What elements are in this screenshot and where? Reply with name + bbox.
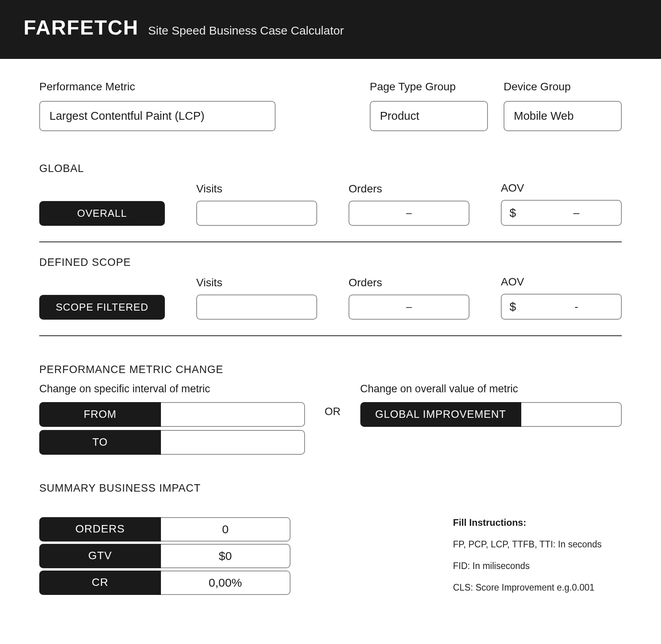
fill-instructions: Fill Instructions: FP, PCP, LCP, TTFB, T… xyxy=(453,517,622,604)
global-aov-prefix: $ xyxy=(509,206,516,220)
global-metrics-row: OVERALL Visits Orders – AOV $ – xyxy=(39,182,622,242)
summary-orders-label: ORDERS xyxy=(39,517,161,542)
filter-metric-select[interactable]: Largest Contentful Paint (LCP) xyxy=(39,101,276,131)
global-section: GLOBAL OVERALL Visits Orders – AOV $ – xyxy=(39,163,622,242)
instructions-line-1: FP, PCP, LCP, TTFB, TTI: In seconds xyxy=(453,539,622,550)
header-subtitle: Site Speed Business Case Calculator xyxy=(148,24,344,37)
global-visits-input[interactable] xyxy=(196,201,317,226)
global-improvement-tag: GLOBAL IMPROVEMENT xyxy=(360,402,521,427)
summary-row-gtv: GTV $0 xyxy=(39,544,290,568)
scope-visits-label: Visits xyxy=(196,276,317,289)
scope-aov-value: $ - xyxy=(501,294,622,320)
scope-orders-label: Orders xyxy=(349,276,469,289)
scope-visits-input[interactable] xyxy=(196,295,317,320)
filter-pagetype: Page Type Group Product xyxy=(370,80,488,131)
interval-column: Change on specific interval of metric FR… xyxy=(39,383,305,455)
global-aov-value: $ – xyxy=(501,200,622,226)
logo: FARFETCH xyxy=(24,16,139,39)
summary-row-cr: CR 0,00% xyxy=(39,571,290,595)
summary-section: ORDERS 0 GTV $0 CR 0,00% Fill Instructio… xyxy=(39,517,622,604)
interval-sublabel: Change on specific interval of metric xyxy=(39,383,305,395)
filter-pagetype-label: Page Type Group xyxy=(370,80,488,93)
from-row: FROM xyxy=(39,402,305,427)
to-input[interactable] xyxy=(161,430,305,455)
global-aov-label: AOV xyxy=(501,182,622,194)
global-section-label: GLOBAL xyxy=(39,163,622,175)
app-header: FARFETCH Site Speed Business Case Calcul… xyxy=(0,0,661,59)
filter-device-select[interactable]: Mobile Web xyxy=(504,101,622,131)
filter-device-label: Device Group xyxy=(504,80,622,93)
or-label: OR xyxy=(325,383,341,418)
overall-tag: OVERALL xyxy=(39,201,165,226)
global-orders-value: – xyxy=(349,201,469,226)
summary-gtv-value: $0 xyxy=(161,544,290,568)
filters-row: Performance Metric Largest Contentful Pa… xyxy=(39,80,622,131)
instructions-line-3: CLS: Score Improvement e.g.0.001 xyxy=(453,582,622,593)
summary-row-orders: ORDERS 0 xyxy=(39,517,290,542)
summary-cr-value: 0,00% xyxy=(161,571,290,595)
scope-orders-value: – xyxy=(349,295,469,320)
defined-scope-label: DEFINED SCOPE xyxy=(39,256,622,269)
global-visits-label: Visits xyxy=(196,183,317,195)
summary-table: ORDERS 0 GTV $0 CR 0,00% xyxy=(39,517,290,595)
instructions-line-2: FID: In miliseconds xyxy=(453,561,622,571)
scope-aov-prefix: $ xyxy=(509,300,516,313)
scope-metrics-row: SCOPE FILTERED Visits Orders – AOV $ - xyxy=(39,276,622,336)
main-content: Performance Metric Largest Contentful Pa… xyxy=(0,59,661,628)
performance-change-section: PERFORMANCE METRIC CHANGE Change on spec… xyxy=(39,364,622,455)
filter-pagetype-select[interactable]: Product xyxy=(370,101,488,131)
overall-sublabel: Change on overall value of metric xyxy=(360,383,622,395)
global-improvement-input[interactable] xyxy=(521,402,622,427)
summary-gtv-label: GTV xyxy=(39,544,161,568)
scope-aov-label: AOV xyxy=(501,276,622,288)
global-aov-amount: – xyxy=(540,207,613,219)
summary-cr-label: CR xyxy=(39,571,161,595)
from-input[interactable] xyxy=(161,402,305,427)
defined-scope-section: DEFINED SCOPE SCOPE FILTERED Visits Orde… xyxy=(39,256,622,336)
scope-filtered-tag: SCOPE FILTERED xyxy=(39,295,165,320)
filter-device: Device Group Mobile Web xyxy=(504,80,622,131)
global-improvement-row: GLOBAL IMPROVEMENT xyxy=(360,402,622,427)
summary-orders-value: 0 xyxy=(161,517,290,542)
performance-change-label: PERFORMANCE METRIC CHANGE xyxy=(39,364,622,376)
to-tag: TO xyxy=(39,430,161,455)
overall-column: Change on overall value of metric GLOBAL… xyxy=(360,383,622,427)
from-tag: FROM xyxy=(39,402,161,427)
filter-metric: Performance Metric Largest Contentful Pa… xyxy=(39,80,276,131)
filter-metric-label: Performance Metric xyxy=(39,80,276,93)
instructions-title: Fill Instructions: xyxy=(453,517,622,528)
to-row: TO xyxy=(39,430,305,455)
scope-aov-amount: - xyxy=(540,300,613,313)
global-orders-label: Orders xyxy=(349,183,469,195)
summary-section-label: SUMMARY BUSINESS IMPACT xyxy=(39,482,622,494)
